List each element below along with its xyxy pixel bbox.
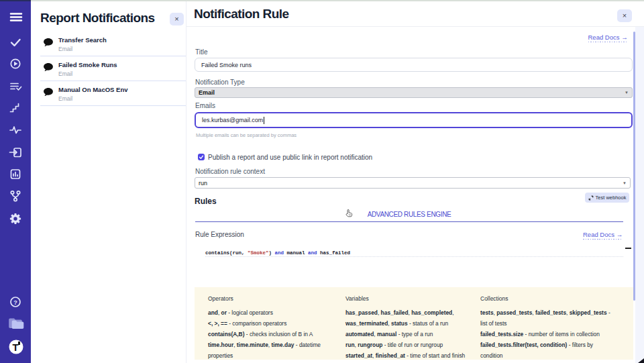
svg-text:?: ? xyxy=(13,299,17,306)
svg-text:T: T xyxy=(12,342,18,353)
